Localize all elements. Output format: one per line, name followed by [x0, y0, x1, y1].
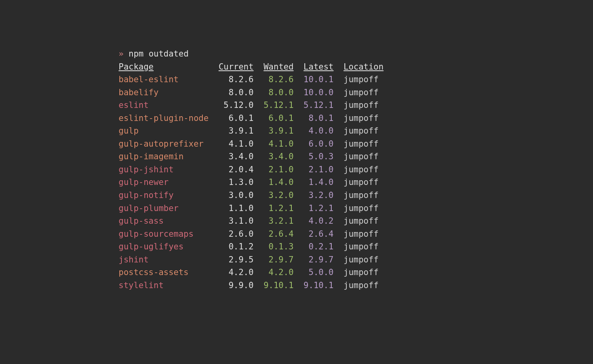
cell-package: gulp-imagemin — [119, 152, 209, 161]
table-row: jshint 2.9.5 2.9.7 2.9.7 jumpoff — [119, 253, 593, 266]
table-row: babelify 8.0.0 8.0.0 10.0.0 jumpoff — [119, 86, 593, 99]
cell-current: 5.12.0 — [213, 100, 253, 110]
cell-latest: 1.4.0 — [298, 177, 334, 187]
cell-latest: 8.0.1 — [298, 113, 334, 123]
cell-current: 4.2.0 — [213, 268, 253, 277]
cell-package: gulp-sass — [119, 216, 209, 226]
cell-current: 2.9.5 — [213, 255, 253, 264]
cell-package: stylelint — [119, 281, 209, 290]
col-header-current: Current — [219, 62, 254, 72]
cell-package: babelify — [119, 88, 209, 97]
table-row: eslint 5.12.0 5.12.1 5.12.1 jumpoff — [119, 99, 593, 112]
cell-current: 1.1.0 — [213, 204, 253, 213]
cell-location: jumpoff — [344, 229, 379, 239]
table-row: eslint-plugin-node 6.0.1 6.0.1 8.0.1 jum… — [119, 112, 593, 125]
cell-latest: 10.0.0 — [298, 88, 334, 97]
cell-latest: 5.0.0 — [298, 268, 334, 277]
cell-wanted: 6.0.1 — [259, 113, 294, 123]
cell-location: jumpoff — [344, 139, 379, 149]
cell-package: gulp-uglifyes — [119, 242, 209, 251]
cell-wanted: 9.10.1 — [259, 281, 294, 290]
cell-current: 4.1.0 — [213, 139, 253, 149]
cell-location: jumpoff — [344, 281, 379, 290]
cell-location: jumpoff — [344, 100, 379, 110]
cell-wanted: 3.4.0 — [259, 152, 294, 161]
table-row: gulp-sass 3.1.0 3.2.1 4.0.2 jumpoff — [119, 215, 593, 228]
cell-wanted: 5.12.1 — [259, 100, 294, 110]
cell-location: jumpoff — [344, 165, 379, 174]
cell-current: 3.4.0 — [213, 152, 253, 161]
col-header-wanted: Wanted — [264, 62, 294, 72]
terminal-output: » npm outdated Package Current Wanted La… — [119, 47, 593, 292]
cell-package: gulp-plumber — [119, 204, 209, 213]
cell-wanted: 2.6.4 — [259, 229, 294, 239]
table-row: stylelint 9.9.0 9.10.1 9.10.1 jumpoff — [119, 279, 593, 292]
cell-package: gulp-autoprefixer — [119, 139, 209, 149]
cell-location: jumpoff — [344, 204, 379, 213]
cell-current: 3.0.0 — [213, 190, 253, 200]
table-row: gulp-sourcemaps 2.6.0 2.6.4 2.6.4 jumpof… — [119, 228, 593, 241]
outdated-table: Package Current Wanted Latest Locationba… — [119, 60, 593, 292]
cell-package: postcss-assets — [119, 268, 209, 277]
table-row: gulp-notify 3.0.0 3.2.0 3.2.0 jumpoff — [119, 189, 593, 202]
table-row: postcss-assets 4.2.0 4.2.0 5.0.0 jumpoff — [119, 266, 593, 279]
cell-current: 3.1.0 — [213, 216, 253, 226]
cell-latest: 2.9.7 — [298, 255, 334, 264]
cell-package: gulp-notify — [119, 190, 209, 200]
table-row: gulp 3.9.1 3.9.1 4.0.0 jumpoff — [119, 124, 593, 138]
cell-location: jumpoff — [344, 88, 379, 97]
cell-latest: 4.0.0 — [298, 126, 334, 136]
cell-latest: 2.1.0 — [298, 165, 334, 174]
prompt-symbol: » — [119, 49, 124, 58]
cell-current: 9.9.0 — [213, 281, 253, 290]
cell-wanted: 3.2.1 — [259, 216, 294, 226]
cell-package: jshint — [119, 255, 209, 264]
prompt-line: » npm outdated — [119, 47, 593, 60]
table-row: gulp-autoprefixer 4.1.0 4.1.0 6.0.0 jump… — [119, 138, 593, 151]
cell-location: jumpoff — [344, 75, 379, 84]
cell-wanted: 8.2.6 — [259, 75, 294, 84]
cell-location: jumpoff — [344, 152, 379, 161]
cell-package: gulp-sourcemaps — [119, 229, 209, 239]
cell-latest: 5.0.3 — [298, 152, 334, 161]
cell-current: 6.0.1 — [213, 113, 253, 123]
col-header-location: Location — [344, 62, 383, 72]
cell-location: jumpoff — [344, 113, 379, 123]
cell-wanted: 4.1.0 — [259, 139, 294, 149]
cell-latest: 2.6.4 — [298, 229, 334, 239]
cell-latest: 6.0.0 — [298, 139, 334, 149]
cell-location: jumpoff — [344, 177, 379, 187]
cell-wanted: 3.2.0 — [259, 190, 294, 200]
cell-latest: 10.0.1 — [298, 75, 334, 84]
table-row: gulp-imagemin 3.4.0 3.4.0 5.0.3 jumpoff — [119, 150, 593, 163]
cell-package: gulp-jshint — [119, 165, 209, 174]
table-row: babel-eslint 8.2.6 8.2.6 10.0.1 jumpoff — [119, 73, 593, 86]
cell-current: 3.9.1 — [213, 126, 253, 136]
cell-location: jumpoff — [344, 255, 379, 264]
cell-location: jumpoff — [344, 126, 379, 136]
col-header-latest: Latest — [304, 62, 334, 72]
cell-wanted: 1.4.0 — [259, 177, 294, 187]
cell-current: 8.2.6 — [213, 75, 253, 84]
cell-latest: 4.0.2 — [298, 216, 334, 226]
cell-wanted: 0.1.3 — [259, 242, 294, 251]
cell-wanted: 2.9.7 — [259, 255, 294, 264]
cell-wanted: 2.1.0 — [259, 165, 294, 174]
cell-wanted: 4.2.0 — [259, 268, 294, 277]
cell-package: eslint-plugin-node — [119, 113, 209, 123]
cell-package: gulp — [119, 126, 209, 136]
prompt-command: npm outdated — [128, 49, 189, 58]
cell-package: gulp-newer — [119, 177, 209, 187]
cell-location: jumpoff — [344, 216, 379, 226]
col-header-package: Package — [119, 62, 154, 72]
cell-current: 1.3.0 — [213, 177, 253, 187]
cell-current: 0.1.2 — [213, 242, 253, 251]
cell-current: 2.6.0 — [213, 229, 253, 239]
cell-location: jumpoff — [344, 268, 379, 277]
cell-location: jumpoff — [344, 242, 379, 251]
table-header-row: Package Current Wanted Latest Location — [119, 60, 593, 74]
table-row: gulp-jshint 2.0.4 2.1.0 2.1.0 jumpoff — [119, 163, 593, 176]
cell-package: eslint — [119, 100, 209, 110]
cell-location: jumpoff — [344, 190, 379, 200]
cell-current: 8.0.0 — [213, 88, 253, 97]
